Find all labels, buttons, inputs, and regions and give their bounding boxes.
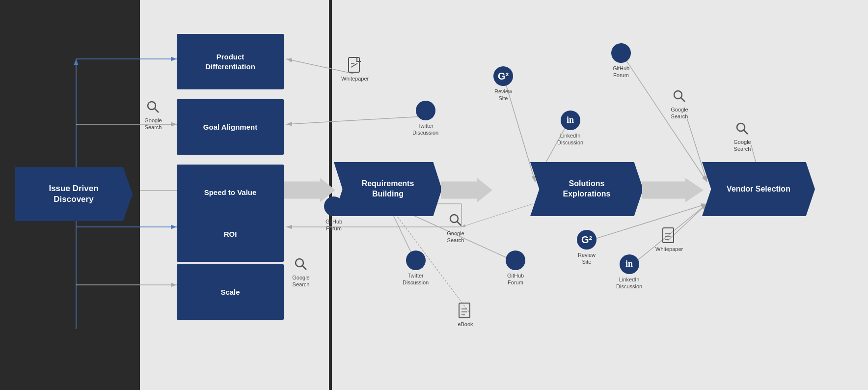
g2-icon-2: G² (577, 230, 597, 250)
whitepaper-node-1[interactable]: Whitepaper (341, 56, 369, 82)
search-icon-2 (292, 255, 310, 273)
github-forum-label-3: GitHubForum (507, 272, 524, 286)
svg-line-39 (681, 98, 685, 102)
whitepaper-label-2: Whitepaper (655, 246, 683, 252)
linkedin-icon-1: in (561, 111, 580, 130)
connector-sol-vendor (642, 178, 704, 202)
github-forum-node-1[interactable]: GitHubForum (611, 43, 631, 79)
github-icon-2 (324, 196, 344, 216)
scale-box[interactable]: Scale (177, 264, 284, 320)
product-diff-label: ProductDifferentiation (205, 52, 255, 71)
goal-align-label: Goal Alignment (203, 122, 257, 132)
github-forum-label-1: GitHubForum (613, 65, 629, 79)
google-search-label-3: GoogleSearch (671, 106, 688, 120)
svg-line-43 (457, 222, 461, 225)
twitter-label-1: TwitterDiscussion (412, 122, 438, 137)
google-search-node-5[interactable]: GoogleSearch (447, 211, 464, 244)
g2-icon-1: G² (493, 66, 513, 86)
vendor-selection-box[interactable]: Vendor Selection (702, 162, 815, 216)
github-icon-1 (611, 43, 631, 63)
roi-label: ROI (224, 229, 237, 239)
github-forum-node-3[interactable]: GitHubForum (506, 251, 525, 286)
svg-line-13 (286, 116, 423, 124)
speed-value-label: Speed to Value (204, 188, 257, 197)
review-site-node-2[interactable]: G² ReviewSite (577, 230, 597, 266)
svg-point-31 (148, 102, 156, 110)
twitter-node-2[interactable]: TwitterDiscussion (403, 251, 429, 286)
github-forum-node-2[interactable]: GitHubForum (324, 196, 344, 232)
search-icon-3 (671, 87, 688, 105)
linkedin-label-2: LinkedInDiscussion (616, 276, 642, 290)
svg-line-22 (624, 56, 707, 182)
review-site-node-1[interactable]: G² ReviewSite (493, 66, 513, 102)
ebook-label: eBook (458, 321, 473, 328)
solutions-label: SolutionsExplorations (563, 179, 611, 199)
diagram-container: Issue DrivenDiscovery ProductDifferentia… (0, 0, 868, 390)
svg-rect-35 (349, 57, 359, 72)
issue-driven-discovery-box[interactable]: Issue DrivenDiscovery (15, 167, 133, 221)
requirements-building-box[interactable]: RequirementsBuilding (334, 162, 442, 216)
svg-line-41 (744, 130, 748, 134)
linkedin-node-2[interactable]: in LinkedInDiscussion (616, 254, 642, 290)
search-icon-1 (144, 98, 162, 116)
svg-point-33 (296, 259, 303, 267)
connector-req-sol (441, 178, 492, 202)
svg-point-40 (737, 123, 745, 131)
google-search-node-3[interactable]: GoogleSearch (671, 87, 688, 120)
requirements-label: RequirementsBuilding (362, 179, 414, 199)
product-differentiation-box[interactable]: ProductDifferentiation (177, 34, 284, 89)
linkedin-icon-2: in (620, 254, 639, 274)
roi-box[interactable]: ROI (177, 206, 284, 262)
svg-point-42 (450, 215, 458, 223)
twitter-label-2: TwitterDiscussion (403, 272, 429, 286)
goal-alignment-box[interactable]: Goal Alignment (177, 99, 284, 155)
google-search-label-2: GoogleSearch (292, 274, 309, 288)
svg-line-32 (155, 109, 159, 112)
twitter-node-1[interactable]: TwitterDiscussion (412, 101, 438, 137)
doc-icon-1 (346, 56, 364, 74)
google-search-label-1: GoogleSearch (144, 117, 162, 131)
svg-rect-48 (663, 228, 674, 243)
vendor-label: Vendor Selection (727, 184, 790, 195)
svg-rect-44 (459, 303, 470, 318)
svg-line-34 (302, 266, 306, 270)
google-search-node-2[interactable]: GoogleSearch (292, 255, 310, 288)
github-icon-3 (506, 251, 525, 270)
doc-icon-2 (660, 227, 678, 245)
solutions-explorations-box[interactable]: SolutionsExplorations (530, 162, 643, 216)
search-icon-4 (733, 120, 751, 138)
google-search-label-4: GoogleSearch (733, 139, 751, 153)
svg-line-36 (351, 63, 357, 67)
whitepaper-label-1: Whitepaper (341, 75, 369, 82)
issue-driven-label: Issue DrivenDiscovery (49, 183, 98, 205)
google-search-label-5: GoogleSearch (447, 230, 464, 244)
twitter-icon-2 (406, 251, 426, 270)
ebook-icon (457, 302, 474, 320)
linkedin-node-1[interactable]: in LinkedInDiscussion (557, 111, 583, 146)
review-site-label-1: ReviewSite (494, 88, 512, 102)
google-search-node-1[interactable]: GoogleSearch (144, 98, 162, 131)
svg-point-38 (674, 91, 682, 99)
whitepaper-node-2[interactable]: Whitepaper (655, 227, 683, 252)
scale-label: Scale (220, 287, 240, 297)
twitter-icon-1 (416, 101, 435, 120)
google-search-node-4[interactable]: GoogleSearch (733, 120, 751, 153)
svg-line-23 (687, 119, 707, 182)
ebook-node[interactable]: eBook (457, 302, 474, 328)
linkedin-label-1: LinkedInDiscussion (557, 132, 583, 146)
github-forum-label-2: GitHubForum (326, 218, 342, 232)
review-site-label-2: ReviewSite (578, 251, 596, 266)
svg-line-30 (461, 204, 533, 227)
search-icon-5 (447, 211, 464, 229)
